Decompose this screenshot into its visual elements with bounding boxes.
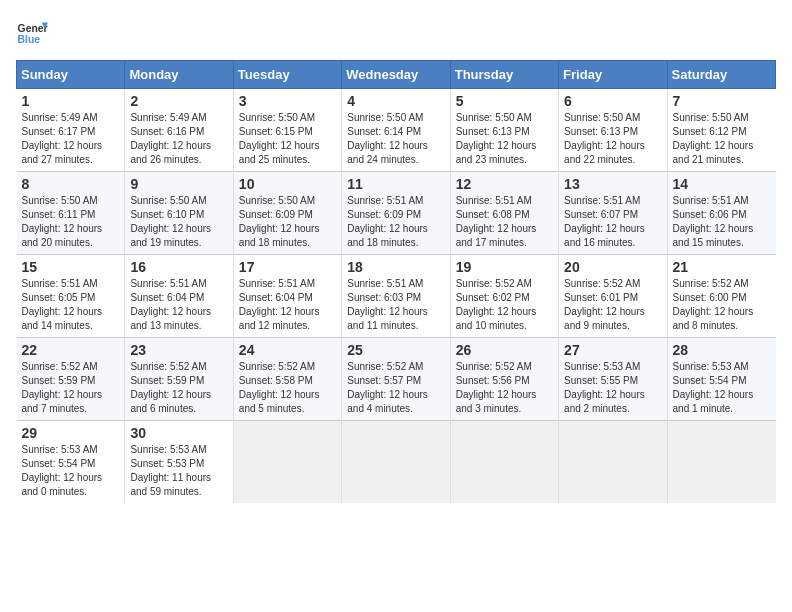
day-number: 20 <box>564 259 661 275</box>
day-number: 4 <box>347 93 444 109</box>
day-info: Sunrise: 5:52 AMSunset: 5:57 PMDaylight:… <box>347 360 444 416</box>
day-info: Sunrise: 5:51 AMSunset: 6:04 PMDaylight:… <box>130 277 227 333</box>
day-number: 29 <box>22 425 120 441</box>
calendar-cell: 1 Sunrise: 5:49 AMSunset: 6:17 PMDayligh… <box>17 89 125 172</box>
page-header: General Blue <box>16 16 776 48</box>
calendar-week-5: 29 Sunrise: 5:53 AMSunset: 5:54 PMDaylig… <box>17 421 776 504</box>
day-number: 14 <box>673 176 771 192</box>
day-number: 8 <box>22 176 120 192</box>
calendar-cell: 12 Sunrise: 5:51 AMSunset: 6:08 PMDaylig… <box>450 172 558 255</box>
day-info: Sunrise: 5:53 AMSunset: 5:53 PMDaylight:… <box>130 443 227 499</box>
calendar-cell: 6 Sunrise: 5:50 AMSunset: 6:13 PMDayligh… <box>559 89 667 172</box>
day-number: 26 <box>456 342 553 358</box>
day-info: Sunrise: 5:52 AMSunset: 5:58 PMDaylight:… <box>239 360 336 416</box>
calendar-cell: 26 Sunrise: 5:52 AMSunset: 5:56 PMDaylig… <box>450 338 558 421</box>
day-number: 25 <box>347 342 444 358</box>
day-info: Sunrise: 5:49 AMSunset: 6:16 PMDaylight:… <box>130 111 227 167</box>
day-info: Sunrise: 5:50 AMSunset: 6:15 PMDaylight:… <box>239 111 336 167</box>
logo-icon: General Blue <box>16 16 48 48</box>
weekday-header-sunday: Sunday <box>17 61 125 89</box>
day-number: 23 <box>130 342 227 358</box>
logo: General Blue <box>16 16 48 48</box>
day-info: Sunrise: 5:53 AMSunset: 5:54 PMDaylight:… <box>673 360 771 416</box>
calendar-cell: 11 Sunrise: 5:51 AMSunset: 6:09 PMDaylig… <box>342 172 450 255</box>
day-info: Sunrise: 5:49 AMSunset: 6:17 PMDaylight:… <box>22 111 120 167</box>
calendar-table: SundayMondayTuesdayWednesdayThursdayFrid… <box>16 60 776 503</box>
day-info: Sunrise: 5:51 AMSunset: 6:04 PMDaylight:… <box>239 277 336 333</box>
weekday-header-wednesday: Wednesday <box>342 61 450 89</box>
calendar-cell: 17 Sunrise: 5:51 AMSunset: 6:04 PMDaylig… <box>233 255 341 338</box>
day-number: 24 <box>239 342 336 358</box>
weekday-header-tuesday: Tuesday <box>233 61 341 89</box>
weekday-header-saturday: Saturday <box>667 61 775 89</box>
calendar-cell: 14 Sunrise: 5:51 AMSunset: 6:06 PMDaylig… <box>667 172 775 255</box>
calendar-cell: 5 Sunrise: 5:50 AMSunset: 6:13 PMDayligh… <box>450 89 558 172</box>
calendar-cell: 23 Sunrise: 5:52 AMSunset: 5:59 PMDaylig… <box>125 338 233 421</box>
day-number: 9 <box>130 176 227 192</box>
day-info: Sunrise: 5:50 AMSunset: 6:11 PMDaylight:… <box>22 194 120 250</box>
day-info: Sunrise: 5:51 AMSunset: 6:08 PMDaylight:… <box>456 194 553 250</box>
day-number: 6 <box>564 93 661 109</box>
day-info: Sunrise: 5:52 AMSunset: 6:01 PMDaylight:… <box>564 277 661 333</box>
calendar-cell: 10 Sunrise: 5:50 AMSunset: 6:09 PMDaylig… <box>233 172 341 255</box>
day-number: 5 <box>456 93 553 109</box>
weekday-header-friday: Friday <box>559 61 667 89</box>
calendar-cell <box>667 421 775 504</box>
calendar-cell: 3 Sunrise: 5:50 AMSunset: 6:15 PMDayligh… <box>233 89 341 172</box>
calendar-week-2: 8 Sunrise: 5:50 AMSunset: 6:11 PMDayligh… <box>17 172 776 255</box>
calendar-cell: 13 Sunrise: 5:51 AMSunset: 6:07 PMDaylig… <box>559 172 667 255</box>
calendar-cell: 7 Sunrise: 5:50 AMSunset: 6:12 PMDayligh… <box>667 89 775 172</box>
day-number: 12 <box>456 176 553 192</box>
calendar-cell <box>233 421 341 504</box>
day-info: Sunrise: 5:51 AMSunset: 6:07 PMDaylight:… <box>564 194 661 250</box>
day-number: 21 <box>673 259 771 275</box>
weekday-header-row: SundayMondayTuesdayWednesdayThursdayFrid… <box>17 61 776 89</box>
day-info: Sunrise: 5:51 AMSunset: 6:05 PMDaylight:… <box>22 277 120 333</box>
day-number: 7 <box>673 93 771 109</box>
weekday-header-thursday: Thursday <box>450 61 558 89</box>
calendar-cell: 25 Sunrise: 5:52 AMSunset: 5:57 PMDaylig… <box>342 338 450 421</box>
day-info: Sunrise: 5:50 AMSunset: 6:12 PMDaylight:… <box>673 111 771 167</box>
day-info: Sunrise: 5:51 AMSunset: 6:03 PMDaylight:… <box>347 277 444 333</box>
calendar-cell: 20 Sunrise: 5:52 AMSunset: 6:01 PMDaylig… <box>559 255 667 338</box>
calendar-cell <box>342 421 450 504</box>
svg-text:Blue: Blue <box>18 34 41 45</box>
day-info: Sunrise: 5:50 AMSunset: 6:13 PMDaylight:… <box>456 111 553 167</box>
day-info: Sunrise: 5:51 AMSunset: 6:06 PMDaylight:… <box>673 194 771 250</box>
day-info: Sunrise: 5:52 AMSunset: 6:02 PMDaylight:… <box>456 277 553 333</box>
calendar-week-3: 15 Sunrise: 5:51 AMSunset: 6:05 PMDaylig… <box>17 255 776 338</box>
calendar-cell: 24 Sunrise: 5:52 AMSunset: 5:58 PMDaylig… <box>233 338 341 421</box>
day-info: Sunrise: 5:53 AMSunset: 5:54 PMDaylight:… <box>22 443 120 499</box>
day-number: 19 <box>456 259 553 275</box>
day-number: 27 <box>564 342 661 358</box>
day-number: 30 <box>130 425 227 441</box>
calendar-cell: 8 Sunrise: 5:50 AMSunset: 6:11 PMDayligh… <box>17 172 125 255</box>
day-info: Sunrise: 5:53 AMSunset: 5:55 PMDaylight:… <box>564 360 661 416</box>
calendar-cell: 18 Sunrise: 5:51 AMSunset: 6:03 PMDaylig… <box>342 255 450 338</box>
calendar-week-1: 1 Sunrise: 5:49 AMSunset: 6:17 PMDayligh… <box>17 89 776 172</box>
weekday-header-monday: Monday <box>125 61 233 89</box>
calendar-cell: 30 Sunrise: 5:53 AMSunset: 5:53 PMDaylig… <box>125 421 233 504</box>
day-info: Sunrise: 5:50 AMSunset: 6:13 PMDaylight:… <box>564 111 661 167</box>
day-number: 28 <box>673 342 771 358</box>
day-number: 1 <box>22 93 120 109</box>
calendar-cell: 9 Sunrise: 5:50 AMSunset: 6:10 PMDayligh… <box>125 172 233 255</box>
day-number: 18 <box>347 259 444 275</box>
day-info: Sunrise: 5:52 AMSunset: 6:00 PMDaylight:… <box>673 277 771 333</box>
day-info: Sunrise: 5:51 AMSunset: 6:09 PMDaylight:… <box>347 194 444 250</box>
day-info: Sunrise: 5:50 AMSunset: 6:09 PMDaylight:… <box>239 194 336 250</box>
calendar-cell: 22 Sunrise: 5:52 AMSunset: 5:59 PMDaylig… <box>17 338 125 421</box>
day-number: 2 <box>130 93 227 109</box>
calendar-cell: 4 Sunrise: 5:50 AMSunset: 6:14 PMDayligh… <box>342 89 450 172</box>
day-number: 22 <box>22 342 120 358</box>
day-number: 10 <box>239 176 336 192</box>
calendar-cell: 28 Sunrise: 5:53 AMSunset: 5:54 PMDaylig… <box>667 338 775 421</box>
day-number: 17 <box>239 259 336 275</box>
day-number: 3 <box>239 93 336 109</box>
calendar-cell <box>450 421 558 504</box>
day-info: Sunrise: 5:50 AMSunset: 6:14 PMDaylight:… <box>347 111 444 167</box>
calendar-cell: 16 Sunrise: 5:51 AMSunset: 6:04 PMDaylig… <box>125 255 233 338</box>
calendar-cell: 27 Sunrise: 5:53 AMSunset: 5:55 PMDaylig… <box>559 338 667 421</box>
day-number: 16 <box>130 259 227 275</box>
day-info: Sunrise: 5:50 AMSunset: 6:10 PMDaylight:… <box>130 194 227 250</box>
